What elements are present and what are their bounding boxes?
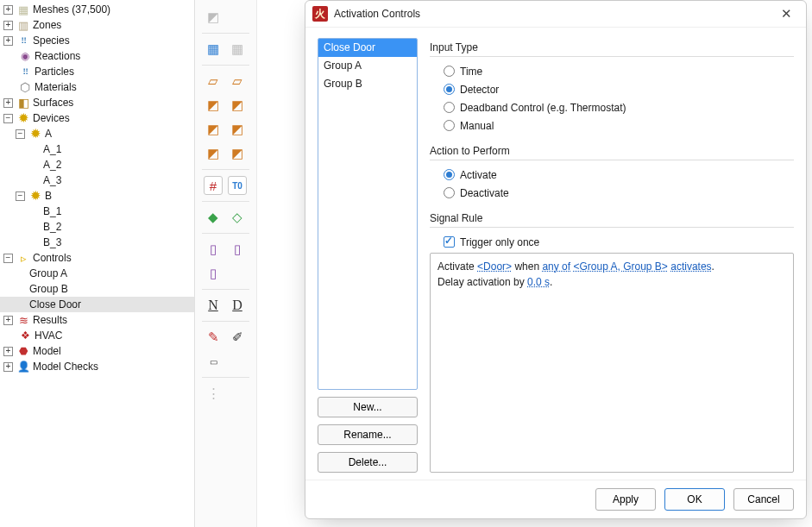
tree-item-materials[interactable]: ⬡Materials	[0, 79, 194, 95]
expand-icon[interactable]: +	[3, 347, 13, 356]
rule-activates-link[interactable]: activates	[670, 260, 711, 273]
tree-item-species[interactable]: +⠿Species	[0, 33, 194, 48]
radio-icon[interactable]	[444, 66, 455, 77]
rule-anyof-link[interactable]: any of	[542, 260, 570, 273]
radio-icon[interactable]	[444, 102, 455, 113]
new-button[interactable]: New...	[318, 397, 418, 417]
tree-item-devices[interactable]: −✹Devices	[0, 110, 194, 126]
rule-door-link[interactable]: <Door>	[477, 260, 512, 273]
radio-icon[interactable]	[444, 120, 455, 131]
tree-item-model[interactable]: +⬣Model	[0, 343, 194, 359]
tool-d-icon[interactable]: D	[228, 296, 247, 315]
radio-icon[interactable]	[444, 169, 455, 180]
tool-icon[interactable]: ▦	[228, 40, 247, 59]
tree-item-leaf[interactable]: A_3	[0, 173, 194, 188]
expand-icon[interactable]: +	[3, 362, 13, 372]
tool-icon[interactable]: ▯	[228, 240, 247, 259]
expand-icon[interactable]: +	[3, 98, 13, 108]
option-deadband[interactable]: Deadband Control (e.g. Thermostat)	[430, 98, 794, 116]
tree-item-leaf[interactable]: B_1	[0, 204, 194, 219]
tree-label: Close Door	[29, 298, 81, 311]
gear-icon: ✹	[28, 127, 42, 141]
tool-ruler-icon[interactable]: ▭	[204, 352, 223, 371]
tool-icon[interactable]: ▱	[204, 72, 223, 91]
collapse-icon[interactable]: −	[16, 129, 25, 139]
radio-icon[interactable]	[444, 84, 455, 95]
checkbox-icon[interactable]	[444, 236, 455, 248]
option-manual[interactable]: Manual	[430, 116, 794, 135]
tree-item-leaf[interactable]: B_2	[0, 219, 194, 235]
tree-item-leaf[interactable]: Group A	[0, 266, 194, 281]
tool-icon[interactable]: ◩	[204, 144, 223, 163]
expand-icon[interactable]: +	[3, 21, 13, 30]
rule-delay-link[interactable]: 0.0 s	[527, 276, 550, 288]
tool-icon[interactable]: ◩	[204, 8, 223, 27]
hvac-icon: ❖	[18, 329, 32, 342]
close-button[interactable]: ✕	[773, 3, 799, 24]
option-deactivate[interactable]: Deactivate	[430, 184, 794, 202]
option-detector[interactable]: Detector	[430, 80, 794, 98]
cancel-button[interactable]: Cancel	[733, 488, 794, 511]
tree-item-controls[interactable]: −▹Controls	[0, 250, 194, 266]
ok-button[interactable]: OK	[664, 488, 725, 511]
expand-icon[interactable]: +	[3, 5, 13, 15]
tool-icon[interactable]: ✎	[204, 328, 223, 347]
dialog-titlebar[interactable]: 火 Activation Controls ✕	[305, 1, 806, 28]
tool-icon[interactable]: ◩	[228, 144, 247, 163]
tool-icon[interactable]: ▱	[228, 72, 247, 91]
tool-icon[interactable]: ◩	[228, 120, 247, 139]
expand-icon[interactable]: +	[3, 36, 13, 46]
rename-button[interactable]: Rename...	[318, 424, 418, 445]
tree-item-meshes[interactable]: +▦Meshes (37,500)	[0, 2, 194, 17]
tool-icon[interactable]: ◩	[204, 96, 223, 115]
tool-icon[interactable]: ◆	[204, 208, 223, 227]
tool-icon[interactable]: ▯	[204, 240, 223, 259]
delete-button[interactable]: Delete...	[318, 452, 418, 473]
tree-item-leaf[interactable]: A_2	[0, 157, 194, 173]
tree-item-device-b[interactable]: −✹B	[0, 188, 194, 204]
tree-item-device-a[interactable]: −✹A	[0, 126, 194, 141]
list-item[interactable]: Group B	[318, 75, 417, 93]
tool-t0-icon[interactable]: T0	[228, 176, 247, 195]
list-item[interactable]: Group A	[318, 57, 417, 75]
tree-label: Group B	[29, 283, 68, 295]
tree-label: Results	[33, 314, 67, 326]
list-item[interactable]: Close Door	[318, 39, 417, 57]
tree-item-close-door[interactable]: Close Door	[0, 297, 194, 312]
tree-item-hvac[interactable]: ❖HVAC	[0, 328, 194, 343]
tree-item-leaf[interactable]: A_1	[0, 141, 194, 157]
nav-tree[interactable]: +▦Meshes (37,500) +▥Zones +⠿Species ◉Rea…	[0, 0, 195, 527]
collapse-icon[interactable]: −	[3, 114, 13, 123]
tree-item-leaf[interactable]: B_3	[0, 235, 194, 250]
tool-icon[interactable]: #	[204, 176, 223, 195]
reactions-icon: ◉	[18, 49, 32, 63]
collapse-icon[interactable]: −	[16, 191, 25, 201]
tool-dropper-icon[interactable]: ✐	[228, 328, 247, 347]
rule-group-link[interactable]: <Group A, Group B>	[573, 260, 667, 273]
tool-icon[interactable]: ◇	[228, 208, 247, 227]
tree-item-results[interactable]: +≋Results	[0, 312, 194, 328]
tree-item-surfaces[interactable]: +◧Surfaces	[0, 95, 194, 110]
tree-item-reactions[interactable]: ◉Reactions	[0, 48, 194, 64]
tree-item-leaf[interactable]: Group B	[0, 281, 194, 297]
option-time[interactable]: Time	[430, 62, 794, 80]
tree-item-zones[interactable]: +▥Zones	[0, 17, 194, 33]
rule-text: .	[550, 276, 552, 288]
radio-icon[interactable]	[444, 187, 455, 198]
tool-icon[interactable]: ◩	[204, 120, 223, 139]
tree-item-model-checks[interactable]: +👤Model Checks	[0, 359, 194, 374]
expand-icon[interactable]: +	[3, 316, 13, 325]
option-activate[interactable]: Activate	[430, 166, 794, 184]
tool-icon[interactable]: ▯	[204, 264, 223, 283]
collapse-icon[interactable]: −	[3, 254, 13, 263]
apply-button[interactable]: Apply	[595, 488, 656, 511]
option-trigger-once[interactable]: Trigger only once	[430, 233, 794, 251]
tool-icon[interactable]: ▦	[204, 40, 223, 59]
activation-controls-dialog: 火 Activation Controls ✕ Close Door Group…	[305, 0, 807, 519]
tool-icon[interactable]: ⋮	[204, 384, 223, 403]
tool-icon[interactable]: ◩	[228, 96, 247, 115]
tool-n-icon[interactable]: N	[204, 296, 223, 315]
tree-item-particles[interactable]: ⠿Particles	[0, 64, 194, 79]
results-icon: ≋	[16, 313, 30, 327]
controls-listbox[interactable]: Close Door Group A Group B	[318, 38, 418, 390]
